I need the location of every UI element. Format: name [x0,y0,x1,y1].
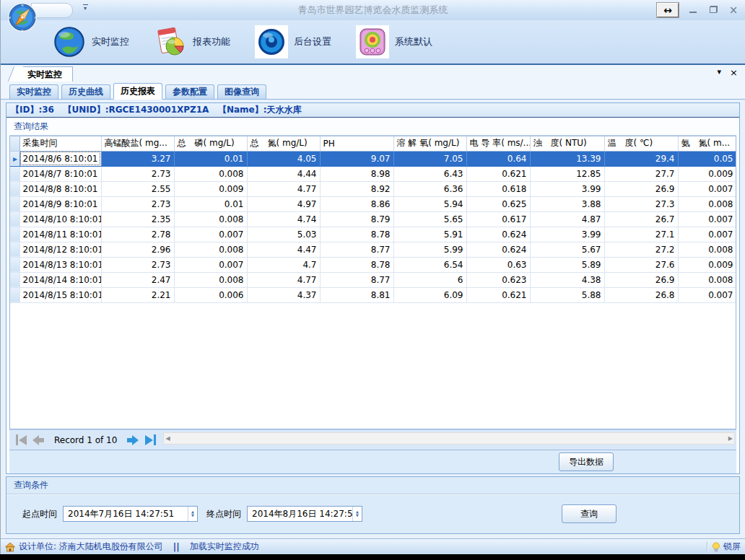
column-header[interactable]: 温 度( ℃) [604,136,678,151]
column-header[interactable]: 高锰酸盐( mg... [101,136,174,151]
cell[interactable]: 8.78 [320,257,393,272]
tab-list-dropdown-icon[interactable]: ▾ [718,67,722,78]
cell[interactable]: 0.617 [466,211,530,227]
cell[interactable]: 2.96 [101,242,174,257]
next-record-button[interactable] [124,431,141,450]
cell[interactable]: 4.97 [247,196,320,211]
cell[interactable]: 13.39 [530,151,604,166]
scroll-right-icon[interactable]: ▶ [728,436,733,442]
cell[interactable]: 0.008 [174,272,247,287]
row-indicator[interactable] [10,287,19,302]
row-indicator[interactable] [10,181,19,196]
cell[interactable]: 2.55 [101,181,174,196]
cell[interactable]: 0.009 [678,257,736,272]
table-row[interactable]: 2014/8/10 8:10:012.350.0084.748.795.650.… [10,211,736,227]
cell[interactable]: 0.01 [174,196,247,211]
cell[interactable]: 26.9 [604,272,678,287]
cell[interactable]: 0.008 [174,211,247,227]
cell[interactable]: 2014/8/8 8:10:01 [19,181,101,196]
cell[interactable]: 8.86 [320,196,393,211]
cell[interactable]: 0.624 [466,227,530,242]
cell[interactable]: 0.623 [466,272,530,287]
cell[interactable]: 0.007 [678,211,736,227]
cell[interactable]: 5.89 [530,257,604,272]
resize-toggle-button[interactable]: ↔ [657,3,679,17]
tab-0[interactable]: 实时监控 [9,84,58,99]
table-row[interactable]: 2014/8/11 8:10:012.780.0075.038.785.910.… [10,227,736,242]
cell[interactable]: 4.38 [530,272,604,287]
cell[interactable]: 0.05 [678,151,736,166]
cell[interactable]: 27.7 [604,166,678,181]
table-row[interactable]: 2014/8/14 8:10:012.470.0084.778.7760.623… [10,272,736,287]
previous-record-button[interactable] [30,431,47,450]
minimize-button[interactable] [687,5,699,15]
cell[interactable]: 0.008 [678,242,736,257]
cell[interactable]: 5.65 [393,211,466,227]
first-record-button[interactable] [12,431,30,450]
cell[interactable]: 0.009 [174,181,247,196]
cell[interactable]: 4.44 [247,166,320,181]
cell[interactable]: 2014/8/11 8:10:01 [19,227,101,242]
cell[interactable]: 29.4 [604,151,678,166]
cell[interactable]: 27.3 [604,196,678,211]
app-logo-compass-icon[interactable]: N E S W [6,1,38,33]
cell[interactable]: 5.94 [393,196,466,211]
row-indicator[interactable] [10,242,19,257]
column-header[interactable]: 电 导 率( ms/... [466,136,530,151]
cell[interactable]: 8.79 [320,211,393,227]
cell[interactable]: 0.007 [678,227,736,242]
cell[interactable]: 5.67 [530,242,604,257]
cell[interactable]: 0.007 [174,227,247,242]
cell[interactable]: 0.007 [678,287,736,302]
cell[interactable]: 2.73 [101,257,174,272]
document-tab-realtime[interactable]: 实时监控 [17,66,73,82]
cell[interactable]: 2014/8/12 8:10:01 [19,242,101,257]
tab-3[interactable]: 参数配置 [165,84,214,99]
toolbar-item-system-default[interactable]: 系统默认 [356,25,432,58]
cell[interactable]: 27.2 [604,242,678,257]
column-header[interactable]: 采集时间 [19,136,101,151]
cell[interactable]: 0.63 [466,257,530,272]
cell[interactable]: 0.621 [466,287,530,302]
cell[interactable]: 0.006 [174,287,247,302]
column-header[interactable]: 浊 度( NTU) [530,136,604,151]
table-row[interactable]: 2014/8/7 8:10:012.730.0084.448.986.430.6… [10,166,736,181]
cell[interactable]: 4.47 [247,242,320,257]
cell[interactable]: 6.09 [393,287,466,302]
column-header[interactable]: 总 氮( mg/L) [247,136,320,151]
start-time-field[interactable]: 2014年7月16日 14:27:51 ▲▼ [63,506,198,522]
cell[interactable]: 7.05 [393,151,466,166]
column-header[interactable]: PH [320,136,393,151]
cell[interactable]: 0.009 [678,166,736,181]
cell[interactable]: 5.91 [393,227,466,242]
table-row[interactable]: 2014/8/13 8:10:012.730.0074.78.786.540.6… [10,257,736,272]
cell[interactable]: 5.99 [393,242,466,257]
start-time-spinner[interactable]: ▲▼ [188,507,197,521]
cell[interactable]: 8.78 [320,227,393,242]
cell[interactable]: 27.6 [604,257,678,272]
column-header[interactable]: 氨 氮( m... [678,136,736,151]
close-button[interactable]: × [728,4,739,17]
toolbar-item-backend-settings[interactable]: 后台设置 [255,25,331,58]
row-indicator[interactable] [10,196,19,211]
toolbar-item-reports[interactable]: 报表功能 [154,25,230,58]
cell[interactable]: 4.77 [247,272,320,287]
quick-access-dropdown-icon[interactable]: ▾ [82,4,89,11]
export-data-button[interactable]: 导出数据 [559,452,614,471]
cell[interactable]: 26.9 [604,181,678,196]
cell[interactable]: 2014/8/9 8:10:01 [19,196,101,211]
row-indicator[interactable] [10,227,19,242]
last-record-button[interactable] [141,431,159,450]
cell[interactable]: 4.87 [530,211,604,227]
table-row[interactable]: ▸2014/8/6 8:10:013.270.014.059.077.050.6… [10,151,736,166]
cell[interactable]: 26.8 [604,287,678,302]
cell[interactable]: 3.99 [530,181,604,196]
cell[interactable]: 8.77 [320,272,393,287]
restore-button[interactable] [707,5,719,15]
cell[interactable]: 3.27 [101,151,174,166]
cell[interactable]: 4.74 [247,211,320,227]
cell[interactable]: 0.01 [174,151,247,166]
cell[interactable]: 2014/8/7 8:10:01 [19,166,101,181]
cell[interactable]: 0.008 [174,166,247,181]
cell[interactable]: 6.43 [393,166,466,181]
